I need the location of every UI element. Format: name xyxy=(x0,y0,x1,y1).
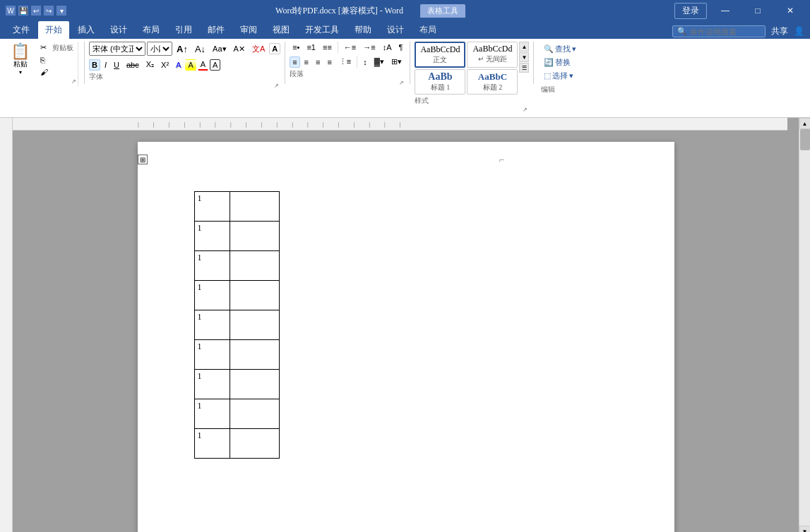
table-cell[interactable]: 1 xyxy=(194,399,230,429)
style-h1[interactable]: AaBb 标题 1 xyxy=(415,69,465,95)
para-expand-icon[interactable]: ↗ xyxy=(399,80,404,86)
styles-scroll-down[interactable]: ▼ xyxy=(519,52,529,62)
login-button[interactable]: 登录 xyxy=(674,3,707,19)
table-cell[interactable] xyxy=(230,370,279,399)
table-cell[interactable] xyxy=(230,310,279,340)
tab-view[interactable]: 视图 xyxy=(266,21,297,39)
word-icon[interactable]: W xyxy=(6,6,16,16)
select-button[interactable]: ⬚ 选择 ▾ xyxy=(541,70,579,82)
increase-indent-button[interactable]: →≡ xyxy=(360,42,378,53)
shading-button[interactable]: ▓▾ xyxy=(371,56,387,68)
style-normal[interactable]: AaBbCcDd 正文 xyxy=(415,42,465,68)
justify-button[interactable]: ≡ xyxy=(324,56,334,68)
decrease-indent-button[interactable]: ←≡ xyxy=(341,42,359,53)
minimize-button[interactable]: — xyxy=(711,0,739,21)
table-cell[interactable] xyxy=(230,340,279,370)
sort-button[interactable]: ↕A xyxy=(380,42,395,53)
font-expand-icon[interactable]: ↗ xyxy=(274,83,279,89)
tab-mailings[interactable]: 邮件 xyxy=(201,21,232,39)
table-cell[interactable] xyxy=(230,399,279,429)
superscript-button[interactable]: X² xyxy=(158,59,172,71)
align-left-button[interactable]: ≡ xyxy=(290,56,299,68)
styles-scroll-up[interactable]: ▲ xyxy=(519,42,529,52)
align-right-button[interactable]: ≡ xyxy=(313,56,323,68)
tab-insert[interactable]: 插入 xyxy=(71,21,102,39)
text-effects-button[interactable]: A xyxy=(173,59,184,71)
copy-button[interactable]: ⎘ xyxy=(37,54,51,66)
style-nospace[interactable]: AaBbCcDd ↵ 无间距 xyxy=(467,42,518,68)
columns-button[interactable]: ⋮≡ xyxy=(336,56,354,68)
tab-review[interactable]: 审阅 xyxy=(233,21,264,39)
tab-help[interactable]: 帮助 xyxy=(347,21,379,39)
table-cell[interactable]: 1 xyxy=(194,281,230,310)
save-quick-btn[interactable]: 💾 xyxy=(18,6,28,16)
undo-btn[interactable]: ↩ xyxy=(31,6,41,16)
font-color-button[interactable]: A xyxy=(198,59,208,71)
scroll-down-button[interactable]: ▼ xyxy=(799,526,811,532)
font-shrink-button[interactable]: A↓ xyxy=(192,42,208,56)
format-painter-button[interactable]: 🖌 xyxy=(37,66,51,78)
table-cell[interactable] xyxy=(230,222,279,251)
clipboard-expand-icon[interactable]: ↗ xyxy=(71,78,76,85)
table-cell[interactable]: 1 xyxy=(194,340,230,370)
replace-button[interactable]: 🔄 替换 xyxy=(541,56,579,68)
font-border-button[interactable]: A xyxy=(210,59,220,71)
font-size-select[interactable]: 小四 xyxy=(147,42,172,56)
scroll-thumb[interactable] xyxy=(800,129,810,150)
italic-button[interactable]: I xyxy=(102,59,109,71)
numbering-button[interactable]: ≡1 xyxy=(304,42,318,53)
table-cell[interactable] xyxy=(230,281,279,310)
document-table[interactable]: 111111111 xyxy=(194,191,280,459)
borders-button[interactable]: ⊞▾ xyxy=(388,56,405,68)
table-cell[interactable]: 1 xyxy=(194,310,230,340)
table-cell[interactable]: 1 xyxy=(194,192,230,222)
font-grow-button[interactable]: A↑ xyxy=(174,42,191,56)
paste-button[interactable]: 📋 粘贴 ▾ xyxy=(6,42,35,78)
tab-references[interactable]: 引用 xyxy=(168,21,199,39)
table-cell[interactable]: 1 xyxy=(194,222,230,251)
bold-button[interactable]: B xyxy=(89,59,100,71)
char-style-btn[interactable]: A xyxy=(269,43,280,54)
table-move-handle[interactable]: ⊞ xyxy=(138,155,148,164)
table-cell[interactable] xyxy=(230,251,279,281)
multilevel-button[interactable]: ≡≡ xyxy=(320,42,335,53)
tab-developer[interactable]: 开发工具 xyxy=(298,21,346,39)
maximize-button[interactable]: □ xyxy=(744,0,772,21)
scroll-track[interactable] xyxy=(799,129,811,526)
table-cell[interactable] xyxy=(230,429,279,459)
strikethrough-button[interactable]: abc xyxy=(124,59,142,71)
tab-table-design[interactable]: 设计 xyxy=(380,21,411,39)
underline-button[interactable]: U xyxy=(111,59,122,71)
table-cell[interactable] xyxy=(230,192,279,222)
table-cell[interactable]: 1 xyxy=(194,370,230,399)
share-label[interactable]: 共享 xyxy=(771,25,788,37)
highlight-color-button[interactable]: A xyxy=(185,59,196,71)
find-button[interactable]: 🔍 查找 ▾ xyxy=(541,43,579,55)
bullets-button[interactable]: ≡• xyxy=(290,42,302,53)
tab-design[interactable]: 设计 xyxy=(103,21,134,39)
redo-btn[interactable]: ↪ xyxy=(44,6,54,16)
right-scrollbar[interactable]: ▲ ▼ xyxy=(799,118,810,532)
line-spacing-button[interactable]: ↕ xyxy=(360,56,370,68)
style-h2[interactable]: AaBbC 标题 2 xyxy=(467,69,518,95)
customize-btn[interactable]: ▾ xyxy=(56,6,66,16)
styles-expand[interactable]: ☰ xyxy=(519,63,529,73)
table-cell[interactable]: 1 xyxy=(194,251,230,281)
styles-expand-icon[interactable]: ↗ xyxy=(523,107,528,113)
document-area[interactable]: ||||| ||||| ||||| ||| ⊞ ⌐ 111111111 xyxy=(13,118,799,532)
subscript-button[interactable]: X₂ xyxy=(143,59,157,71)
scroll-up-button[interactable]: ▲ xyxy=(799,118,811,129)
clear-format-button[interactable]: A✕ xyxy=(231,43,248,55)
tab-layout[interactable]: 布局 xyxy=(136,21,167,39)
align-center-button[interactable]: ≡ xyxy=(302,56,311,68)
font-name-select[interactable]: 宋体 (中文正… xyxy=(89,42,145,56)
table-cell[interactable]: 1 xyxy=(194,429,230,459)
search-input[interactable] xyxy=(690,28,761,36)
font-aa-button[interactable]: Aa▾ xyxy=(210,43,229,55)
tab-home[interactable]: 开始 xyxy=(38,21,69,39)
close-button[interactable]: ✕ xyxy=(776,0,804,21)
tab-file[interactable]: 文件 xyxy=(6,21,37,39)
show-hide-button[interactable]: ¶ xyxy=(396,42,406,53)
tab-table-layout[interactable]: 布局 xyxy=(412,21,443,39)
cut-button[interactable]: ✂ ✂ xyxy=(37,42,51,54)
